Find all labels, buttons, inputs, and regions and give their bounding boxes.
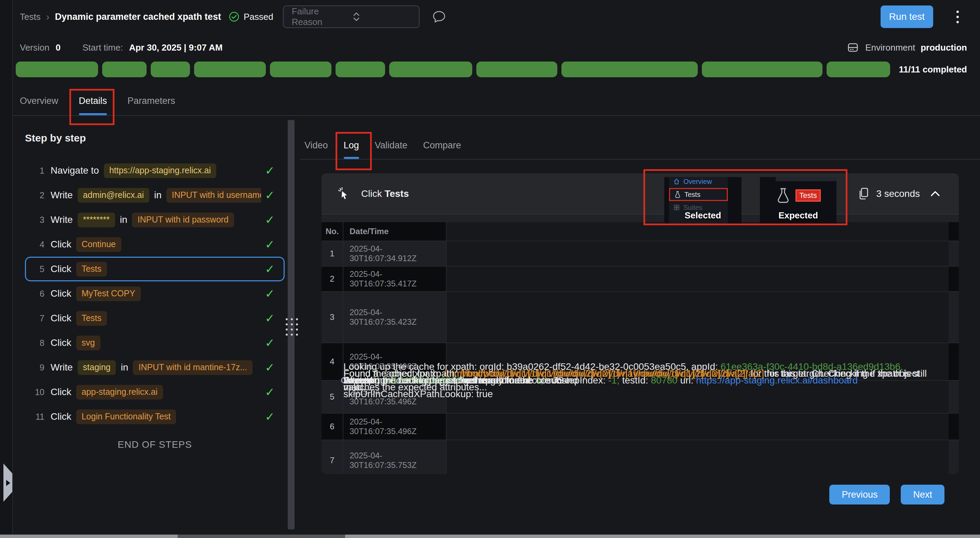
log-vertical-scrollbar[interactable] (447, 241, 948, 266)
environment-label: Environment (865, 42, 915, 53)
step-description: Clicksvg (51, 336, 261, 350)
step-description: ClickMyTest COPY (51, 287, 261, 301)
selected-screenshot-thumbnail[interactable]: OverviewTestsSuites Selected (664, 177, 741, 224)
step-number: 10 (29, 387, 45, 397)
step-number: 6 (29, 289, 45, 299)
thumbnail-nav-overview: Overview (669, 177, 728, 188)
meta-bar: Version 0 Start time: Apr 30, 2025 | 9:0… (13, 35, 980, 59)
copy-icon[interactable] (858, 187, 870, 201)
progress-segment (389, 62, 472, 77)
tab-parameters[interactable]: Parameters (127, 96, 175, 115)
overview-icon (673, 178, 680, 185)
step-row-2[interactable]: 2Writeadmin@relicx.aiinINPUT with id use… (25, 183, 285, 207)
progress-segment (702, 62, 822, 77)
version-value: 0 (56, 42, 60, 53)
collapse-chevron-up-icon[interactable] (929, 189, 942, 199)
next-button[interactable]: Next (901, 485, 945, 505)
log-text-segment: /html/body/div[1]/div[1]/div/div/div[2]/… (460, 368, 764, 379)
step-description: ClickTests (51, 311, 261, 326)
breadcrumb-chevron-icon: › (46, 11, 49, 22)
step-action-text: Click (51, 264, 72, 274)
log-row-number: 1 (321, 241, 344, 266)
steps-panel-title: Step by step (25, 132, 285, 144)
progress-segment (16, 62, 98, 77)
step-target-badge: app-staging.relicx.ai (76, 385, 163, 400)
detail-tab-validate[interactable]: Validate (375, 140, 408, 159)
panel-drag-handle-icon[interactable] (286, 318, 297, 336)
step-row-10[interactable]: 10Clickapp-staging.relicx.ai✓ (25, 380, 285, 404)
step-number: 4 (29, 240, 45, 250)
log-row-timestamp: 2025-04-30T16:07:34.912Z (344, 241, 447, 266)
step-success-check-icon: ✓ (265, 336, 275, 350)
tab-details[interactable]: Details (79, 96, 107, 115)
run-test-button[interactable]: Run test (881, 5, 933, 28)
step-target-badge: Login Functionality Test (76, 409, 176, 424)
detail-tab-video[interactable]: Video (304, 140, 328, 159)
step-description: WritestaginginINPUT with id mantine-17z.… (51, 360, 261, 375)
step-success-check-icon: ✓ (265, 237, 275, 251)
previous-button[interactable]: Previous (829, 485, 890, 505)
duration-group: 3 seconds (858, 187, 920, 201)
flask-icon (776, 186, 791, 204)
step-row-11[interactable]: 11ClickLogin Functionality Test✓ (25, 404, 285, 429)
panel-resize-scrollbar[interactable] (288, 120, 294, 530)
step-action-text: Click (51, 387, 72, 398)
log-row-content: Found the object for xpath: /html/body/d… (334, 290, 959, 471)
horizontal-scrollbar[interactable] (0, 535, 980, 538)
step-action-text: in (154, 190, 162, 201)
environment-group: Environment production (846, 41, 967, 54)
step-number: 8 (29, 338, 45, 348)
step-action-text: Click (51, 411, 72, 422)
step-success-check-icon: ✓ (265, 410, 275, 423)
detail-tabs: VideoLogValidateCompare (300, 116, 980, 160)
step-action-text: Write (51, 190, 73, 201)
step-description: Clickapp-staging.relicx.ai (51, 385, 261, 400)
step-row-9[interactable]: 9WritestaginginINPUT with id mantine-17z… (25, 355, 285, 380)
status-text: Passed (243, 12, 274, 22)
collapsed-left-sidebar (0, 0, 13, 538)
step-action-text: Write (51, 214, 73, 225)
steps-list: 1Navigate tohttps://app-staging.relicx.a… (25, 158, 285, 429)
step-success-check-icon: ✓ (265, 213, 275, 227)
step-row-4[interactable]: 4ClickContinue✓ (25, 232, 285, 257)
step-number: 5 (29, 264, 45, 274)
step-row-8[interactable]: 8Clicksvg✓ (25, 331, 285, 355)
step-target-badge: INPUT with id mantine-17z... (133, 360, 253, 375)
progress-segment (151, 62, 190, 77)
duration-text: 3 seconds (876, 188, 920, 199)
progress-segment (194, 62, 266, 77)
expected-caption: Expected (760, 210, 837, 221)
start-time-value: Apr 30, 2025 | 9:07 AM (129, 42, 223, 53)
expected-target-tag: Tests (795, 189, 821, 202)
step-description: Write********inINPUT with id password (51, 213, 261, 227)
horizontal-scrollbar-thumb[interactable] (178, 535, 345, 538)
step-success-check-icon: ✓ (265, 262, 275, 276)
step-description: ClickContinue (51, 237, 261, 252)
step-row-3[interactable]: 3Write********inINPUT with id password✓ (25, 207, 285, 232)
comment-bubble-icon[interactable] (431, 9, 447, 25)
step-row-6[interactable]: 6ClickMyTest COPY✓ (25, 281, 285, 306)
log-vertical-scrollbar[interactable] (447, 267, 948, 291)
step-number: 7 (29, 314, 45, 323)
step-target-badge: ******** (78, 213, 115, 227)
failure-reason-select[interactable]: Failure Reason (283, 5, 420, 28)
step-row-1[interactable]: 1Navigate tohttps://app-staging.relicx.a… (25, 158, 285, 183)
step-row-7[interactable]: 7ClickTests✓ (25, 306, 285, 331)
step-description: Navigate tohttps://app-staging.relicx.ai (51, 163, 261, 178)
step-success-check-icon: ✓ (265, 287, 275, 301)
progress-segment (827, 62, 890, 77)
breadcrumb-tests-link[interactable]: Tests (20, 12, 41, 22)
step-target-badge: Continue (76, 237, 121, 252)
step-number: 11 (29, 412, 45, 422)
step-target-badge: MyTest COPY (76, 287, 141, 301)
check-circle-icon (229, 11, 240, 22)
progress-segment (336, 62, 385, 77)
tab-overview[interactable]: Overview (20, 96, 59, 115)
step-row-5[interactable]: 5ClickTests✓ (25, 257, 285, 281)
more-options-kebab-icon[interactable] (955, 8, 961, 25)
expected-screenshot-thumbnail[interactable]: Tests Expected (760, 177, 837, 224)
detail-tab-log[interactable]: Log (344, 140, 359, 159)
step-target-badge: INPUT with id username (166, 188, 261, 203)
progress-segment (562, 62, 698, 77)
detail-tab-compare[interactable]: Compare (423, 140, 461, 159)
